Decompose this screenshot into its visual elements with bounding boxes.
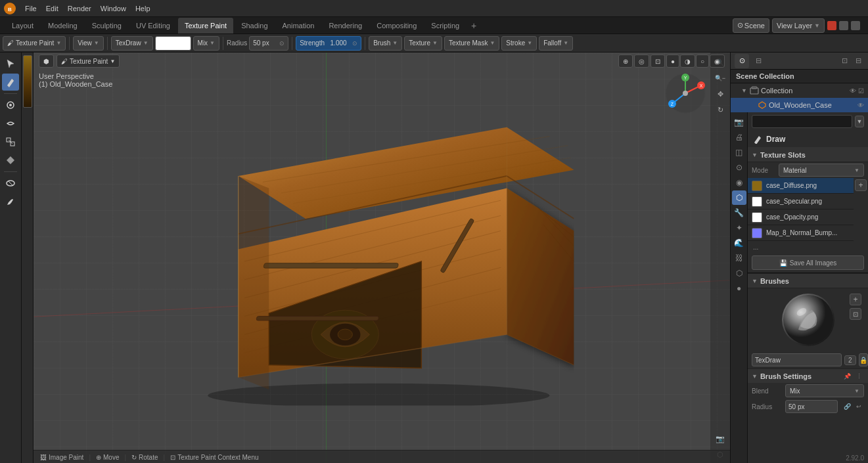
minimize-window-btn[interactable] xyxy=(851,21,860,30)
brush-settings-header[interactable]: ▼ Brush Settings 📌 ⋮ xyxy=(748,368,868,383)
tab-texture-paint[interactable]: Texture Paint xyxy=(178,18,233,33)
menu-render[interactable]: Render xyxy=(64,3,95,14)
radius-input[interactable]: 50 px ⊙ xyxy=(249,36,288,51)
collection-row[interactable]: ▼ Collection 👁 ☑ xyxy=(731,83,868,98)
rp-icon-scene[interactable]: ⊙ xyxy=(735,54,749,68)
collection-visibility[interactable]: 👁 xyxy=(850,87,856,95)
tab-scripting[interactable]: Scripting xyxy=(424,18,466,33)
tab-animation[interactable]: Animation xyxy=(276,18,321,33)
viewport[interactable]: ⬢ 🖌 Texture Paint ▼ ⊕ ◎ ⊡ ● ◑ ○ ◉ xyxy=(34,53,730,463)
texture-slot-3[interactable]: Map_8_Normal_Bump... xyxy=(748,225,854,241)
texture-slots-header[interactable]: ▼ Texture Slots xyxy=(748,148,868,162)
panel-collapse[interactable]: ⊡ xyxy=(838,55,850,67)
prop-object[interactable]: ⬡ xyxy=(732,190,746,205)
solid-shading[interactable]: ● xyxy=(666,55,679,68)
status-context-menu[interactable]: ⊡ Texture Paint Context Menu xyxy=(168,454,261,461)
prop-modifiers[interactable]: 🔧 xyxy=(732,206,746,220)
tool-selector[interactable]: TexDraw ▼ xyxy=(111,36,153,51)
strength-input[interactable]: Strength 1.000 ⊙ xyxy=(296,36,361,51)
brush-selector[interactable]: Brush ▼ xyxy=(369,36,402,51)
object-visibility[interactable]: 👁 xyxy=(857,102,864,109)
texture-selector[interactable]: Texture ▼ xyxy=(404,36,442,51)
brush-name-input[interactable] xyxy=(752,353,842,366)
gizmo-toggle[interactable]: ⊕ xyxy=(618,55,633,68)
maximize-window-btn[interactable] xyxy=(839,21,848,30)
brushes-header[interactable]: ▼ Brushes xyxy=(748,274,868,288)
properties-search[interactable] xyxy=(752,115,852,128)
falloff-selector[interactable]: Falloff ▼ xyxy=(539,36,573,51)
object-row[interactable]: Old_Wooden_Case 👁 xyxy=(731,98,868,112)
save-all-images-btn[interactable]: 💾 Save All Images xyxy=(752,255,864,270)
brush-pin-btn[interactable]: 🔒 xyxy=(859,353,868,366)
tab-modeling[interactable]: Modeling xyxy=(41,18,84,33)
prop-physics[interactable]: 🌊 xyxy=(732,236,746,250)
prop-view-layer[interactable]: ◫ xyxy=(732,145,746,160)
panel-filter[interactable]: ⊟ xyxy=(852,55,864,67)
tab-shading[interactable]: Shading xyxy=(235,18,274,33)
status-move[interactable]: ⊕ Move xyxy=(93,454,122,461)
bs-icon-pin[interactable]: 📌 xyxy=(842,371,852,382)
brush-add-btn[interactable]: + xyxy=(850,294,861,305)
tab-uv-editing[interactable]: UV Editing xyxy=(129,18,177,33)
tool-draw[interactable] xyxy=(2,74,19,91)
editor-type-btn[interactable]: ⬢ xyxy=(39,55,54,68)
mode-select-btn[interactable]: Material ▼ xyxy=(779,164,864,177)
texture-slot-2[interactable]: case_Opacity.png xyxy=(748,209,854,225)
tool-fill[interactable] xyxy=(2,152,19,169)
prop-constraints[interactable]: ⛓ xyxy=(732,251,746,265)
view-btn[interactable]: View ▼ xyxy=(73,36,103,51)
stroke-selector[interactable]: Stroke ▼ xyxy=(501,36,537,51)
tool-select[interactable] xyxy=(2,55,19,72)
radius-link-btn[interactable]: 🔗 xyxy=(842,401,852,412)
tool-smear[interactable] xyxy=(2,115,19,132)
blender-logo[interactable]: B xyxy=(3,1,17,16)
tool-annotate[interactable] xyxy=(2,193,19,210)
vrt-move[interactable]: ✥ xyxy=(713,87,727,101)
prop-particles[interactable]: ✦ xyxy=(732,221,746,235)
prop-scene[interactable]: ⊙ xyxy=(732,160,746,175)
rendered-shading[interactable]: ○ xyxy=(696,55,709,68)
prop-output[interactable]: 🖨 xyxy=(732,130,746,144)
collection-checkbox[interactable]: ☑ xyxy=(858,87,864,95)
color-swatch[interactable] xyxy=(155,36,191,51)
material-shading[interactable]: ◑ xyxy=(680,55,695,68)
tab-layout[interactable]: Layout xyxy=(5,18,40,33)
close-window-btn[interactable] xyxy=(827,21,836,30)
tool-mask[interactable] xyxy=(2,175,19,192)
color-palette[interactable] xyxy=(23,55,32,108)
tab-compositing[interactable]: Compositing xyxy=(370,18,423,33)
scene-selector[interactable]: ⊙ Scene xyxy=(733,18,769,33)
blend-property-select[interactable]: Mix ▼ xyxy=(785,384,864,397)
overlay-toggle[interactable]: ◎ xyxy=(634,55,649,68)
tool-clone[interactable] xyxy=(2,133,19,150)
menu-help[interactable]: Help xyxy=(131,3,154,14)
menu-window[interactable]: Window xyxy=(97,3,130,14)
tool-soften[interactable] xyxy=(2,97,19,114)
xray-toggle[interactable]: ⊡ xyxy=(651,55,665,68)
menu-edit[interactable]: Edit xyxy=(42,3,62,14)
radius-reset-btn[interactable]: ↩ xyxy=(854,401,864,412)
prop-render[interactable]: 📷 xyxy=(732,115,746,129)
vrt-rotate[interactable]: ↻ xyxy=(713,102,727,117)
status-rotate[interactable]: ↻ Rotate xyxy=(129,454,160,461)
status-image-paint[interactable]: 🖼 Image Paint xyxy=(37,454,86,461)
texture-slot-0[interactable]: case_Diffuse.png xyxy=(748,178,854,194)
nav-gizmo[interactable]: Y X Z xyxy=(664,72,707,115)
prop-material[interactable]: ● xyxy=(732,281,746,296)
viewport-mode-btn[interactable]: 🖌 Texture Paint ▼ xyxy=(57,55,120,68)
radius-property-input[interactable]: 50 px xyxy=(785,400,838,413)
tab-sculpting[interactable]: Sculpting xyxy=(85,18,128,33)
prop-world[interactable]: ◉ xyxy=(732,175,746,190)
add-slot-btn[interactable]: + xyxy=(855,179,867,191)
eevee-shading[interactable]: ◉ xyxy=(710,55,725,68)
texture-slot-1[interactable]: case_Specular.png xyxy=(748,194,854,209)
bs-icon-more[interactable]: ⋮ xyxy=(854,371,864,382)
menu-file[interactable]: File xyxy=(21,3,41,14)
add-workspace-tab[interactable]: + xyxy=(467,19,480,32)
view-layer-selector[interactable]: View Layer ▼ xyxy=(772,18,825,33)
brush-copy-btn[interactable]: ⊡ xyxy=(850,308,861,320)
blend-selector[interactable]: Mix ▼ xyxy=(193,36,219,51)
vrt-zoom-out[interactable]: 🔍− xyxy=(713,71,727,85)
prop-data[interactable]: ⬡ xyxy=(732,266,746,280)
texture-mask-selector[interactable]: Texture Mask ▼ xyxy=(444,36,499,51)
